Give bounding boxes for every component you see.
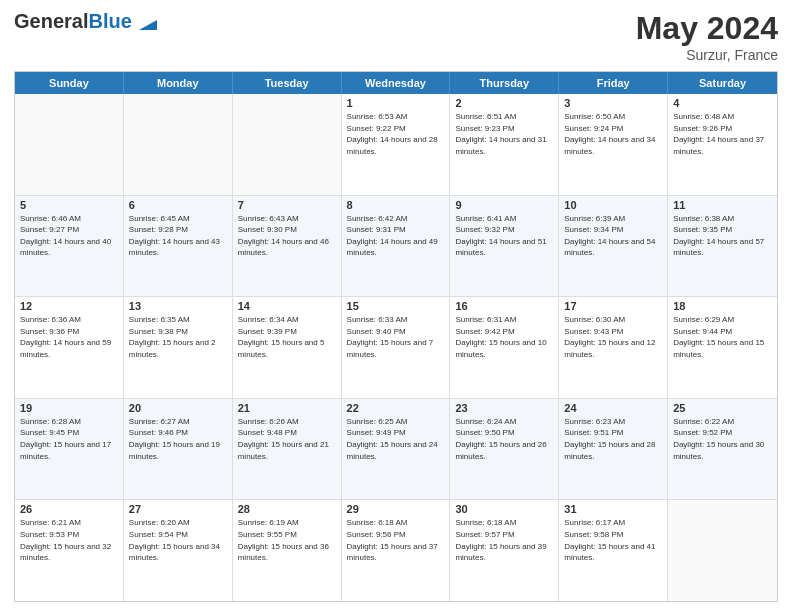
day-cell-15: 15Sunrise: 6:33 AM Sunset: 9:40 PM Dayli… <box>342 297 451 398</box>
cell-info: Sunrise: 6:22 AM Sunset: 9:52 PM Dayligh… <box>673 416 772 462</box>
header-day-sunday: Sunday <box>15 72 124 94</box>
day-cell-27: 27Sunrise: 6:20 AM Sunset: 9:54 PM Dayli… <box>124 500 233 601</box>
calendar-week-3: 12Sunrise: 6:36 AM Sunset: 9:36 PM Dayli… <box>15 296 777 398</box>
empty-cell <box>124 94 233 195</box>
logo-text: GeneralBlue <box>14 10 157 32</box>
day-cell-5: 5Sunrise: 6:46 AM Sunset: 9:27 PM Daylig… <box>15 196 124 297</box>
day-number: 11 <box>673 199 772 211</box>
day-number: 2 <box>455 97 553 109</box>
cell-info: Sunrise: 6:50 AM Sunset: 9:24 PM Dayligh… <box>564 111 662 157</box>
cell-info: Sunrise: 6:25 AM Sunset: 9:49 PM Dayligh… <box>347 416 445 462</box>
calendar-body: 1Sunrise: 6:53 AM Sunset: 9:22 PM Daylig… <box>15 94 777 601</box>
day-number: 3 <box>564 97 662 109</box>
day-cell-13: 13Sunrise: 6:35 AM Sunset: 9:38 PM Dayli… <box>124 297 233 398</box>
cell-info: Sunrise: 6:42 AM Sunset: 9:31 PM Dayligh… <box>347 213 445 259</box>
cell-info: Sunrise: 6:38 AM Sunset: 9:35 PM Dayligh… <box>673 213 772 259</box>
day-number: 18 <box>673 300 772 312</box>
day-number: 17 <box>564 300 662 312</box>
cell-info: Sunrise: 6:23 AM Sunset: 9:51 PM Dayligh… <box>564 416 662 462</box>
day-cell-4: 4Sunrise: 6:48 AM Sunset: 9:26 PM Daylig… <box>668 94 777 195</box>
day-number: 13 <box>129 300 227 312</box>
header-day-thursday: Thursday <box>450 72 559 94</box>
day-cell-7: 7Sunrise: 6:43 AM Sunset: 9:30 PM Daylig… <box>233 196 342 297</box>
month-year: May 2024 <box>636 10 778 47</box>
day-number: 30 <box>455 503 553 515</box>
header-day-tuesday: Tuesday <box>233 72 342 94</box>
day-number: 7 <box>238 199 336 211</box>
cell-info: Sunrise: 6:27 AM Sunset: 9:46 PM Dayligh… <box>129 416 227 462</box>
day-number: 27 <box>129 503 227 515</box>
day-number: 28 <box>238 503 336 515</box>
day-cell-8: 8Sunrise: 6:42 AM Sunset: 9:31 PM Daylig… <box>342 196 451 297</box>
svg-marker-0 <box>139 20 157 30</box>
day-number: 21 <box>238 402 336 414</box>
cell-info: Sunrise: 6:28 AM Sunset: 9:45 PM Dayligh… <box>20 416 118 462</box>
day-number: 25 <box>673 402 772 414</box>
empty-cell <box>668 500 777 601</box>
cell-info: Sunrise: 6:36 AM Sunset: 9:36 PM Dayligh… <box>20 314 118 360</box>
day-number: 19 <box>20 402 118 414</box>
cell-info: Sunrise: 6:46 AM Sunset: 9:27 PM Dayligh… <box>20 213 118 259</box>
day-cell-28: 28Sunrise: 6:19 AM Sunset: 9:55 PM Dayli… <box>233 500 342 601</box>
calendar-header: SundayMondayTuesdayWednesdayThursdayFrid… <box>15 72 777 94</box>
cell-info: Sunrise: 6:21 AM Sunset: 9:53 PM Dayligh… <box>20 517 118 563</box>
day-number: 9 <box>455 199 553 211</box>
cell-info: Sunrise: 6:30 AM Sunset: 9:43 PM Dayligh… <box>564 314 662 360</box>
day-cell-22: 22Sunrise: 6:25 AM Sunset: 9:49 PM Dayli… <box>342 399 451 500</box>
cell-info: Sunrise: 6:33 AM Sunset: 9:40 PM Dayligh… <box>347 314 445 360</box>
cell-info: Sunrise: 6:45 AM Sunset: 9:28 PM Dayligh… <box>129 213 227 259</box>
day-number: 4 <box>673 97 772 109</box>
day-number: 1 <box>347 97 445 109</box>
day-cell-31: 31Sunrise: 6:17 AM Sunset: 9:58 PM Dayli… <box>559 500 668 601</box>
calendar: SundayMondayTuesdayWednesdayThursdayFrid… <box>14 71 778 602</box>
day-number: 6 <box>129 199 227 211</box>
day-number: 29 <box>347 503 445 515</box>
page: GeneralBlue May 2024 Surzur, France Sund… <box>0 0 792 612</box>
day-cell-23: 23Sunrise: 6:24 AM Sunset: 9:50 PM Dayli… <box>450 399 559 500</box>
header-day-monday: Monday <box>124 72 233 94</box>
cell-info: Sunrise: 6:18 AM Sunset: 9:56 PM Dayligh… <box>347 517 445 563</box>
day-number: 20 <box>129 402 227 414</box>
logo-general: General <box>14 10 88 32</box>
calendar-week-4: 19Sunrise: 6:28 AM Sunset: 9:45 PM Dayli… <box>15 398 777 500</box>
day-cell-11: 11Sunrise: 6:38 AM Sunset: 9:35 PM Dayli… <box>668 196 777 297</box>
header-day-saturday: Saturday <box>668 72 777 94</box>
calendar-week-1: 1Sunrise: 6:53 AM Sunset: 9:22 PM Daylig… <box>15 94 777 195</box>
day-number: 15 <box>347 300 445 312</box>
day-cell-10: 10Sunrise: 6:39 AM Sunset: 9:34 PM Dayli… <box>559 196 668 297</box>
cell-info: Sunrise: 6:31 AM Sunset: 9:42 PM Dayligh… <box>455 314 553 360</box>
day-cell-12: 12Sunrise: 6:36 AM Sunset: 9:36 PM Dayli… <box>15 297 124 398</box>
day-number: 24 <box>564 402 662 414</box>
day-cell-24: 24Sunrise: 6:23 AM Sunset: 9:51 PM Dayli… <box>559 399 668 500</box>
header-day-friday: Friday <box>559 72 668 94</box>
day-cell-3: 3Sunrise: 6:50 AM Sunset: 9:24 PM Daylig… <box>559 94 668 195</box>
day-cell-2: 2Sunrise: 6:51 AM Sunset: 9:23 PM Daylig… <box>450 94 559 195</box>
logo-icon <box>139 12 157 30</box>
cell-info: Sunrise: 6:19 AM Sunset: 9:55 PM Dayligh… <box>238 517 336 563</box>
day-cell-19: 19Sunrise: 6:28 AM Sunset: 9:45 PM Dayli… <box>15 399 124 500</box>
day-cell-18: 18Sunrise: 6:29 AM Sunset: 9:44 PM Dayli… <box>668 297 777 398</box>
cell-info: Sunrise: 6:34 AM Sunset: 9:39 PM Dayligh… <box>238 314 336 360</box>
day-cell-6: 6Sunrise: 6:45 AM Sunset: 9:28 PM Daylig… <box>124 196 233 297</box>
empty-cell <box>15 94 124 195</box>
cell-info: Sunrise: 6:43 AM Sunset: 9:30 PM Dayligh… <box>238 213 336 259</box>
day-cell-29: 29Sunrise: 6:18 AM Sunset: 9:56 PM Dayli… <box>342 500 451 601</box>
day-cell-26: 26Sunrise: 6:21 AM Sunset: 9:53 PM Dayli… <box>15 500 124 601</box>
cell-info: Sunrise: 6:26 AM Sunset: 9:48 PM Dayligh… <box>238 416 336 462</box>
cell-info: Sunrise: 6:51 AM Sunset: 9:23 PM Dayligh… <box>455 111 553 157</box>
cell-info: Sunrise: 6:35 AM Sunset: 9:38 PM Dayligh… <box>129 314 227 360</box>
day-cell-14: 14Sunrise: 6:34 AM Sunset: 9:39 PM Dayli… <box>233 297 342 398</box>
day-number: 5 <box>20 199 118 211</box>
day-cell-16: 16Sunrise: 6:31 AM Sunset: 9:42 PM Dayli… <box>450 297 559 398</box>
day-number: 26 <box>20 503 118 515</box>
cell-info: Sunrise: 6:29 AM Sunset: 9:44 PM Dayligh… <box>673 314 772 360</box>
cell-info: Sunrise: 6:20 AM Sunset: 9:54 PM Dayligh… <box>129 517 227 563</box>
day-number: 16 <box>455 300 553 312</box>
day-number: 12 <box>20 300 118 312</box>
day-number: 10 <box>564 199 662 211</box>
header-day-wednesday: Wednesday <box>342 72 451 94</box>
logo-blue: Blue <box>88 10 131 32</box>
day-number: 14 <box>238 300 336 312</box>
day-cell-21: 21Sunrise: 6:26 AM Sunset: 9:48 PM Dayli… <box>233 399 342 500</box>
day-number: 31 <box>564 503 662 515</box>
